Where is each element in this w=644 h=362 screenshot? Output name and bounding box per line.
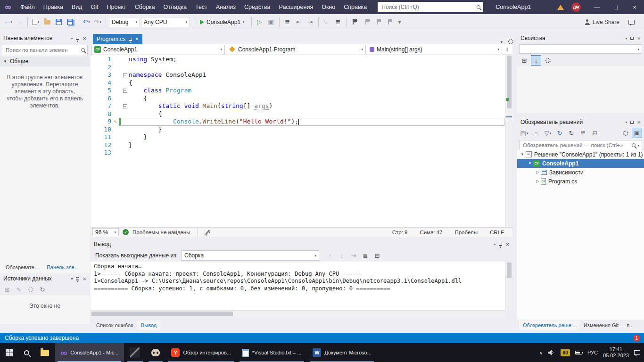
save-all-icon[interactable] [65,17,75,27]
refresh-data-source-icon[interactable]: ↻ [37,284,48,295]
notification-warning-icon[interactable] [557,5,564,10]
next-message-icon[interactable]: ↓ [337,250,347,261]
battery-icon[interactable] [575,351,582,354]
home-icon[interactable]: ⌂ [531,128,541,138]
toolbox-section-general[interactable]: ▼ Общие [0,57,90,66]
output-horizontal-scrollbar[interactable] [91,310,505,317]
code-line[interactable]: 9✎ Console.WriteLine("Hello World!"); [91,118,505,126]
bottom-dock-tab-0[interactable]: Список ошибок [92,321,137,330]
nav-forward-icon[interactable]: → [14,17,25,27]
tree-item[interactable]: ▷C#Program.cs [517,177,644,186]
type-dropdown[interactable]: ConsoleApp1.Program ▾ [226,45,366,54]
menu-item-2[interactable]: Вид [67,0,87,14]
project-dropdown[interactable]: C# ConsoleApp1 ▾ [91,45,225,54]
menu-item-7[interactable]: Тест [191,0,212,14]
close-tab-icon[interactable]: × [135,36,139,42]
active-files-dropdown-icon[interactable]: ▾ [500,40,503,44]
line-ending-indicator[interactable]: CRLF [490,230,504,235]
collapse-region-icon[interactable]: − [123,73,127,77]
code-line[interactable]: 1using System; [91,56,505,64]
tree-item[interactable]: ▼∞Решение "ConsoleApp1" (проекты: 1 из 1… [517,150,644,159]
no-problems-icon[interactable] [123,229,129,235]
indentation-indicator[interactable]: Пробелы [454,230,478,235]
notifications-badge[interactable]: 1 [633,335,640,342]
expander-expanded-icon[interactable]: ▼ [527,161,533,165]
go-to-source-icon[interactable]: ⇥ [348,250,359,261]
scrollbar-thumb[interactable] [507,263,512,278]
show-all-files-icon[interactable]: ≣ [578,128,588,138]
taskbar-notepad-button[interactable]: *Visual Studio.txt – ... [237,343,307,362]
collapse-region-icon[interactable]: − [123,89,127,93]
alphabetical-icon[interactable]: ↓ [531,55,541,66]
data-sources-title-bar[interactable]: Источники данных ▾ × [0,273,90,284]
uncomment-icon[interactable]: ≣ [333,17,343,27]
minimize-button[interactable]: — [587,0,606,14]
redo-icon[interactable]: ↷▾ [92,17,103,27]
toolbox-search[interactable] [2,45,88,55]
panel-menu-icon[interactable]: ▾ [625,36,627,41]
clear-bookmarks-icon[interactable] [383,17,394,27]
properties-icon[interactable] [620,128,630,138]
increase-indent-icon[interactable]: ⇥ [305,17,315,27]
code-line[interactable]: 3−namespace ConsoleApp1 [91,71,505,79]
next-bookmark-icon[interactable] [372,17,382,27]
panel-menu-icon[interactable]: ▾ [494,242,495,247]
code-line[interactable]: 2 [91,64,505,72]
speaker-icon[interactable] [548,350,555,355]
open-file-icon[interactable] [42,17,52,27]
expander-expanded-icon[interactable]: ▼ [519,152,526,156]
document-tab-program-cs[interactable]: Program.cs × [93,34,142,44]
expander-collapsed-icon[interactable]: ▷ [534,170,541,174]
split-window-icon[interactable]: ‖ [503,45,512,54]
code-editor[interactable]: 1using System;23−namespace ConsoleApp14{… [91,55,505,227]
solution-explorer-title-bar[interactable]: Обозреватель решений ▾ × [517,117,644,127]
editor-options-gear-icon[interactable] [508,39,513,44]
output-title-bar[interactable]: Вывод ▾ × [91,239,512,249]
code-structure-icon[interactable]: ≣ [282,17,293,27]
code-line[interactable]: 5− class Program [91,87,505,95]
profiler-icon[interactable]: ▣ [266,17,276,27]
nav-backward-icon[interactable]: ←▾ [3,17,13,27]
add-data-source-icon[interactable]: ⊞ [2,284,12,295]
collapse-all-icon[interactable]: ⊟ [590,128,600,138]
menu-item-10[interactable]: Расширения [274,0,317,14]
toolbar-overflow-icon[interactable]: ▾ [395,17,405,27]
comment-icon[interactable]: ≡ [322,17,332,27]
panel-menu-icon[interactable]: ▾ [625,120,627,124]
menu-item-1[interactable]: Правка [39,0,67,14]
menu-item-12[interactable]: Справка [339,0,371,14]
menu-item-0[interactable]: Файл [16,0,39,14]
tray-battery-percent-badge[interactable]: 60 [561,349,570,356]
previous-bookmark-icon[interactable] [361,17,371,27]
expander-collapsed-icon[interactable]: ▷ [534,179,541,183]
debug-configuration-combo[interactable]: Debug▾ [109,17,140,27]
tree-item[interactable]: ▷Зависимости [517,168,644,177]
send-feedback-icon[interactable] [626,17,636,27]
keep-open-icon[interactable] [129,38,132,41]
start-without-debugging-icon[interactable]: ▷ [255,17,265,27]
tree-item[interactable]: ▼C#ConsoleApp1 [517,159,644,168]
menu-item-8[interactable]: Анализ [212,0,240,14]
member-dropdown[interactable]: Main(string[] args) ▾ [367,45,502,54]
word-wrap-icon[interactable]: ⊟ [372,250,382,261]
properties-title-bar[interactable]: Свойства ▾ × [517,33,644,43]
file-explorer-button[interactable] [35,343,55,362]
menu-item-4[interactable]: Проект [103,0,131,14]
menu-item-3[interactable]: Git [87,0,103,14]
code-line[interactable]: 7− static void Main(string[] args) [91,102,505,110]
menu-item-5[interactable]: Сборка [131,0,159,14]
start-debugging-button[interactable]: ConsoleApp1▾ [196,16,248,28]
decrease-indent-icon[interactable]: ⇤ [294,17,304,27]
clear-all-icon[interactable]: ≣ [360,250,371,261]
pin-icon[interactable] [76,37,79,40]
categorized-icon[interactable]: ⊞ [519,55,529,66]
pin-icon[interactable] [76,277,79,280]
code-line[interactable]: 6 { [91,95,505,103]
quick-launch-search[interactable] [378,2,483,12]
code-line[interactable]: 8 { [91,110,505,118]
refresh-icon[interactable]: ↻ [566,128,577,138]
taskbar-search-button[interactable] [18,343,35,362]
left-dock-tab-1[interactable]: Панель эле... [43,263,83,272]
live-share-button[interactable]: Live Share [585,19,619,25]
filter-icon[interactable]: ▽▾ [543,128,553,138]
